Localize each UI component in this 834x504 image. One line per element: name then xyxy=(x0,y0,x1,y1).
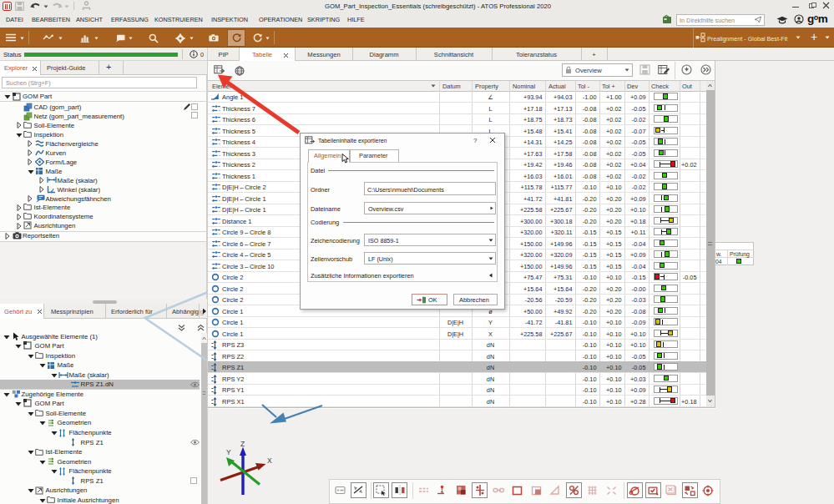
svg-text:Z: Z xyxy=(240,440,245,448)
svg-text:X: X xyxy=(267,456,272,465)
svg-text:Y: Y xyxy=(226,448,231,456)
